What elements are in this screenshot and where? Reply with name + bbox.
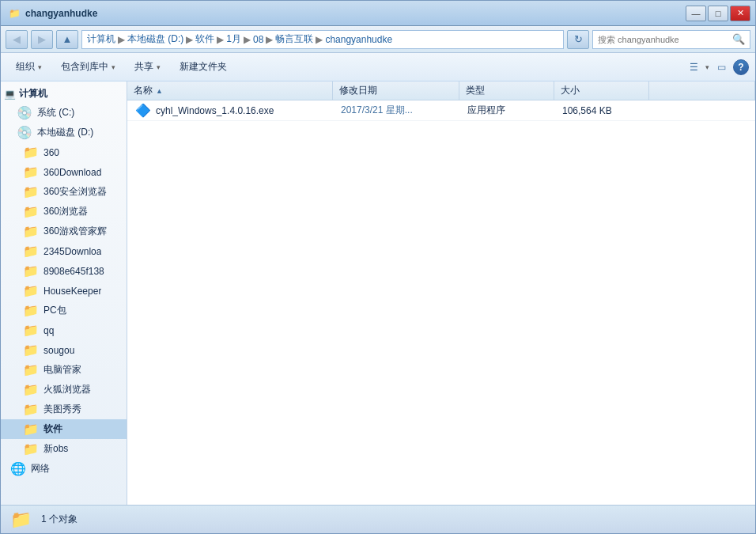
breadcrumb-drive[interactable]: 本地磁盘 (D:) <box>127 32 183 46</box>
search-icon[interactable]: 🔍 <box>732 33 745 45</box>
sidebar-item-system-c[interactable]: 💿 系统 (C:) <box>1 103 127 123</box>
folder-360sec-icon: 📁 <box>23 184 39 199</box>
title-bar-icon: 📁 <box>9 8 21 19</box>
breadcrumb-changyanhulian[interactable]: 畅言互联 <box>275 32 313 46</box>
status-text: 1 个对象 <box>41 513 77 526</box>
minimize-button[interactable]: — <box>686 6 706 21</box>
maximize-button[interactable]: □ <box>708 6 728 21</box>
folder-360dl-icon: 📁 <box>23 165 39 180</box>
new-folder-button[interactable]: 新建文件夹 <box>171 56 236 78</box>
folder-obs-label: 新obs <box>43 442 68 456</box>
col-name-label: 名称 <box>134 84 153 97</box>
toolbar: 组织 ▾ 包含到库中 ▾ 共享 ▾ 新建文件夹 ☰ ▾ ▭ ? <box>1 53 755 81</box>
folder-ff-label: 火狐浏览器 <box>43 383 91 396</box>
search-bar[interactable]: 🔍 <box>592 30 750 49</box>
address-bar: ◀ ▶ ▲ 计算机 ▶ 本地磁盘 (D:) ▶ 软件 ▶ 1月 ▶ 08 ▶ 畅… <box>1 26 755 53</box>
breadcrumb-month[interactable]: 1月 <box>226 32 241 46</box>
search-input[interactable] <box>598 35 729 44</box>
include-in-library-button[interactable]: 包含到库中 ▾ <box>52 56 124 78</box>
col-size-label: 大小 <box>561 84 580 97</box>
folder-qq-label: qq <box>43 325 54 336</box>
folder-360game-icon: 📁 <box>23 224 39 239</box>
include-label: 包含到库中 <box>61 60 108 74</box>
sidebar-item-360game[interactable]: 📁 360游戏管家辉 <box>1 222 127 241</box>
table-row[interactable]: 🔷 cyhl_Windows_1.4.0.16.exe 2017/3/21 星期… <box>127 100 755 121</box>
folder-sg-icon: 📁 <box>23 343 39 358</box>
view-mode-button[interactable]: ☰ <box>683 59 704 76</box>
sidebar-item-360download[interactable]: 📁 360Download <box>1 162 127 182</box>
title-bar-left: 📁 changyanhudke <box>9 8 97 19</box>
sidebar: 💻 计算机 💿 系统 (C:) 💿 本地磁盘 (D:) 📁 360 <box>1 81 127 505</box>
file-list-header: 名称 ▲ 修改日期 类型 大小 <box>127 81 755 100</box>
folder-2345-icon: 📁 <box>23 244 39 259</box>
sidebar-item-software[interactable]: 📁 软件 <box>1 419 127 439</box>
file-size-cell: 106,564 KB <box>556 105 651 116</box>
folder-360-label: 360 <box>43 147 59 158</box>
breadcrumb-day[interactable]: 08 <box>253 34 263 45</box>
breadcrumb-sep-2: ▶ <box>186 34 193 45</box>
sidebar-item-newobs[interactable]: 📁 新obs <box>1 439 127 459</box>
refresh-button[interactable]: ↻ <box>567 30 589 49</box>
folder-8908-label: 8908e645f138 <box>43 266 104 277</box>
preview-pane-button[interactable]: ▭ <box>711 59 731 76</box>
share-arrow: ▾ <box>157 63 161 71</box>
sidebar-item-meitu[interactable]: 📁 美图秀秀 <box>1 400 127 419</box>
sidebar-item-360security[interactable]: 📁 360安全浏览器 <box>1 182 127 202</box>
breadcrumb-computer[interactable]: 计算机 <box>87 32 115 46</box>
drive-c-label: 系统 (C:) <box>37 106 74 119</box>
breadcrumb[interactable]: 计算机 ▶ 本地磁盘 (D:) ▶ 软件 ▶ 1月 ▶ 08 ▶ 畅言互联 ▶ … <box>81 30 564 49</box>
sidebar-item-pcmanager[interactable]: 📁 电脑管家 <box>1 360 127 380</box>
status-bar: 📁 1 个对象 <box>1 505 755 533</box>
view-options: ☰ ▾ ▭ ? <box>683 59 749 76</box>
close-button[interactable]: ✕ <box>730 6 750 21</box>
folder-obs-icon: 📁 <box>23 441 39 456</box>
sidebar-item-qq[interactable]: 📁 qq <box>1 320 127 340</box>
col-header-size[interactable]: 大小 <box>554 81 649 100</box>
view-dropdown-arrow[interactable]: ▾ <box>705 63 709 71</box>
sidebar-item-sougou[interactable]: 📁 sougou <box>1 340 127 360</box>
breadcrumb-software[interactable]: 软件 <box>195 32 214 46</box>
sidebar-item-360[interactable]: 📁 360 <box>1 142 127 162</box>
sidebar-computer-header[interactable]: 💻 计算机 <box>1 85 127 103</box>
breadcrumb-current[interactable]: changyanhudke <box>325 34 392 45</box>
file-list-area: 名称 ▲ 修改日期 类型 大小 🔷 cyhl_Windows_1.4.0 <box>127 81 755 505</box>
col-header-spacer <box>649 81 755 100</box>
sidebar-item-firefox[interactable]: 📁 火狐浏览器 <box>1 380 127 400</box>
sidebar-item-360browser[interactable]: 📁 360浏览器 <box>1 202 127 222</box>
sidebar-item-pcbag[interactable]: 📁 PC包 <box>1 301 127 320</box>
col-date-label: 修改日期 <box>339 84 377 97</box>
file-date-cell: 2017/3/21 星期... <box>335 104 461 117</box>
col-header-date[interactable]: 修改日期 <box>333 81 459 100</box>
folder-360game-label: 360游戏管家辉 <box>43 225 107 238</box>
folder-pcm-label: 电脑管家 <box>43 363 81 377</box>
share-button[interactable]: 共享 ▾ <box>126 56 169 78</box>
network-icon: 🌐 <box>10 461 26 476</box>
up-button[interactable]: ▲ <box>56 30 78 49</box>
forward-button[interactable]: ▶ <box>31 30 53 49</box>
drive-d-label: 本地磁盘 (D:) <box>37 126 93 139</box>
file-name-cell: 🔷 cyhl_Windows_1.4.0.16.exe <box>129 103 335 118</box>
share-label: 共享 <box>134 60 153 74</box>
organize-label: 组织 <box>16 60 35 74</box>
breadcrumb-sep-4: ▶ <box>244 34 251 45</box>
sidebar-item-housekeeper[interactable]: 📁 HouseKeeper <box>1 281 127 301</box>
main-content: 💻 计算机 💿 系统 (C:) 💿 本地磁盘 (D:) 📁 360 <box>1 81 755 505</box>
help-button[interactable]: ? <box>733 59 749 75</box>
sidebar-item-2345[interactable]: 📁 2345Downloa <box>1 241 127 261</box>
sidebar-item-local-d[interactable]: 💿 本地磁盘 (D:) <box>1 123 127 142</box>
folder-mt-icon: 📁 <box>23 402 39 417</box>
computer-label: 计算机 <box>19 87 47 100</box>
include-arrow: ▾ <box>112 63 115 71</box>
folder-sw-label: 软件 <box>43 422 62 436</box>
sidebar-item-network[interactable]: 🌐 网络 <box>1 459 127 479</box>
window: 📁 changyanhudke — □ ✕ ◀ ▶ ▲ 计算机 ▶ 本地磁盘 (… <box>0 0 756 534</box>
col-header-name[interactable]: 名称 ▲ <box>127 81 333 100</box>
folder-2345-label: 2345Downloa <box>43 246 101 257</box>
folder-pc-label: PC包 <box>43 304 66 317</box>
back-button[interactable]: ◀ <box>6 30 28 49</box>
network-label: 网络 <box>31 462 50 475</box>
folder-qq-icon: 📁 <box>23 323 39 338</box>
col-header-type[interactable]: 类型 <box>459 81 554 100</box>
organize-button[interactable]: 组织 ▾ <box>7 56 51 78</box>
sidebar-item-8908[interactable]: 📁 8908e645f138 <box>1 261 127 281</box>
